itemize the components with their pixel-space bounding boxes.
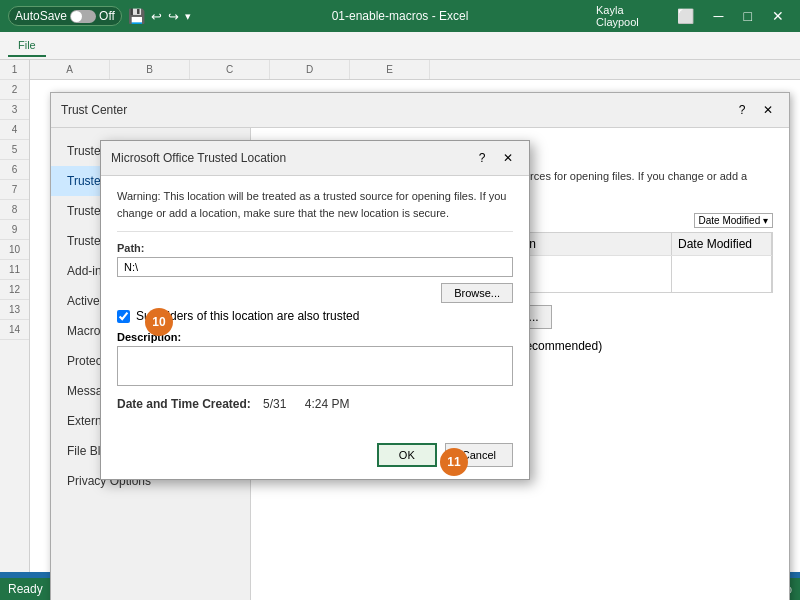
inner-help-btn[interactable]: ?: [471, 147, 493, 169]
autosave-toggle[interactable]: AutoSave Off: [8, 6, 122, 26]
filename-label: 01-enable-macros - Excel: [332, 9, 469, 23]
main-area: 1 2 3 4 5 6 7 8 9 10 11 12 13 14 A B C D…: [0, 60, 800, 572]
row-numbers: 1 2 3 4 5 6 7 8 9 10 11 12 13 14: [0, 60, 30, 572]
inner-close-btn[interactable]: ✕: [497, 147, 519, 169]
trust-center-close-btn[interactable]: ✕: [757, 99, 779, 121]
title-bar: AutoSave Off 💾 ↩ ↪ ▾ 01-enable-macros - …: [0, 0, 800, 32]
step-badge-11: 11: [440, 448, 468, 476]
path-input[interactable]: [117, 257, 513, 277]
inner-ok-btn[interactable]: OK: [377, 443, 437, 467]
step-badge-10: 10: [145, 308, 173, 336]
autosave-label: AutoSave: [15, 9, 67, 23]
help-btn[interactable]: ?: [731, 99, 753, 121]
user-name: Kayla Claypool: [596, 4, 665, 28]
customize-icon[interactable]: ▾: [185, 10, 191, 23]
date-value: 5/31: [263, 397, 286, 411]
minimize-btn[interactable]: ─: [706, 6, 732, 26]
inner-dialog-titlebar: Microsoft Office Trusted Location ? ✕: [101, 141, 529, 176]
browse-btn[interactable]: Browse...: [441, 283, 513, 303]
date-label: Date and Time Created:: [117, 397, 251, 411]
window-title: 01-enable-macros - Excel: [204, 9, 596, 23]
description-label: Description:: [117, 331, 513, 343]
subfolder-row: Subfolders of this location are also tru…: [117, 309, 513, 323]
date-created-row: Date and Time Created: 5/31 4:24 PM: [117, 397, 513, 411]
inner-dialog-controls: ? ✕: [471, 147, 519, 169]
close-btn[interactable]: ✕: [764, 6, 792, 26]
title-bar-right: Kayla Claypool ⬜ ─ □ ✕: [596, 4, 792, 28]
loc-date-cell: [672, 256, 772, 292]
ribbon-tab-file[interactable]: File: [8, 35, 46, 57]
col-headers: A B C D E: [30, 60, 800, 80]
ribbon-display-btn[interactable]: ⬜: [669, 6, 702, 26]
save-icon[interactable]: 💾: [128, 8, 145, 24]
date-modified-select[interactable]: Date Modified ▾: [694, 213, 773, 228]
inner-warning-text: Warning: This location will be treated a…: [117, 188, 513, 232]
trust-center-title: Trust Center: [61, 103, 127, 117]
inner-dialog-body: Warning: This location will be treated a…: [101, 176, 529, 435]
inner-dialog-title-text: Microsoft Office Trusted Location: [111, 151, 286, 165]
col-date: Date Modified: [672, 233, 772, 255]
title-bar-left: AutoSave Off 💾 ↩ ↪ ▾: [8, 6, 204, 26]
path-label: Path:: [117, 242, 513, 254]
maximize-btn[interactable]: □: [736, 6, 760, 26]
ready-text: Ready: [8, 582, 43, 596]
redo-icon[interactable]: ↪: [168, 9, 179, 24]
trust-center-titlebar: Trust Center ? ✕: [51, 93, 789, 128]
time-value: 4:24 PM: [305, 397, 350, 411]
ribbon: File: [0, 32, 800, 60]
autosave-state: Off: [99, 9, 115, 23]
dialog-title-actions: ? ✕: [731, 99, 779, 121]
autosave-toggle-switch[interactable]: [70, 10, 96, 23]
subfolder-checkbox[interactable]: [117, 310, 130, 323]
browse-row: Browse...: [117, 283, 513, 303]
undo-icon[interactable]: ↩: [151, 9, 162, 24]
description-input[interactable]: [117, 346, 513, 386]
